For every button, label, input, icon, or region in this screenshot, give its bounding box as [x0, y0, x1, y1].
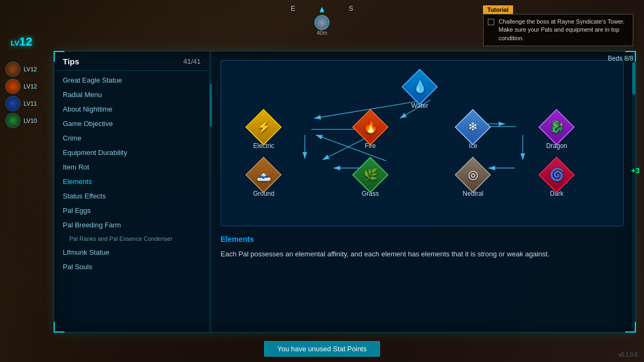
- party-level-4: LV10: [24, 117, 37, 124]
- ice-icon: ❄: [455, 109, 491, 145]
- sidebar-item-objective[interactable]: Game Objective: [54, 116, 209, 131]
- sidebar-title: Tips: [63, 57, 79, 66]
- party-member-2: LV12: [5, 79, 37, 94]
- beds-value: 8/8: [624, 55, 633, 62]
- sidebar-item-item-rot[interactable]: Item Rot: [54, 160, 209, 174]
- lv-prefix: LV: [11, 39, 19, 47]
- party-level-3: LV11: [24, 100, 37, 107]
- plus-indicator: +3: [631, 166, 640, 175]
- water-icon: 💧: [401, 69, 438, 105]
- tutorial-title: Tutorial: [483, 5, 513, 14]
- element-dragon: 🐉 Dragon: [544, 114, 569, 150]
- tutorial-content: Challenge the boss at Rayne Syndicate's …: [483, 14, 633, 46]
- element-water: 💧 Water: [407, 74, 433, 109]
- element-grass: 🌿 Grass: [357, 162, 383, 197]
- bottom-bar: You have unused Stat Points: [0, 335, 644, 362]
- tutorial-checkbox: [488, 19, 494, 25]
- beds-indicator: Beds 8/8: [608, 55, 633, 62]
- dark-icon: 🌀: [538, 157, 575, 193]
- corner-tl: [54, 51, 64, 62]
- element-description: Each Pal possesses an elemental affinity…: [221, 249, 624, 260]
- grass-icon: 🌿: [352, 157, 389, 193]
- element-dark: 🌀 Dark: [544, 162, 569, 197]
- element-ice: ❄ Ice: [460, 114, 486, 150]
- sidebar-items: Great Eagle Statue Radial Menu About Nig…: [54, 71, 209, 332]
- sidebar-item-pal-souls[interactable]: Pal Souls: [54, 260, 209, 274]
- sidebar-item-crime[interactable]: Crime: [54, 131, 209, 145]
- compass-e: E: [291, 5, 295, 12]
- main-panel: Tips 41/41 Great Eagle Statue Radial Men…: [54, 51, 636, 333]
- sidebar-item-status[interactable]: Status Effects: [54, 189, 209, 203]
- sidebar-item-pal-ranks[interactable]: Pal Ranks and Pal Essence Condenser: [54, 232, 209, 245]
- sidebar-item-nighttime[interactable]: About Nighttime: [54, 102, 209, 116]
- avatar-3: [5, 96, 20, 111]
- party-member-1: LV12: [5, 62, 37, 77]
- party-level-2: LV12: [24, 83, 37, 90]
- stat-points-notice: You have unused Stat Points: [264, 341, 380, 357]
- fire-icon: 🔥: [352, 109, 389, 145]
- content-scrollbar[interactable]: [632, 51, 635, 332]
- level-value: 12: [19, 35, 32, 48]
- sidebar-item-pal-eggs[interactable]: Pal Eggs: [54, 203, 209, 218]
- sidebar-item-radial[interactable]: Radial Menu: [54, 87, 209, 102]
- corner-bl: [54, 322, 64, 333]
- avatar-1: [5, 62, 20, 77]
- neutral-icon: ◎: [455, 157, 491, 193]
- element-ground: 🗻 Ground: [251, 162, 276, 197]
- minimap-arrow: ▲ 40m: [314, 5, 330, 36]
- sidebar-item-great-eagle[interactable]: Great Eagle Statue: [54, 73, 209, 87]
- element-neutral: ◎ Neutral: [460, 162, 486, 197]
- distance-label: 40m: [317, 30, 327, 36]
- ground-icon: 🗻: [245, 157, 282, 193]
- compass-s: S: [349, 5, 353, 12]
- player-level: LV12: [11, 35, 32, 49]
- party-level-1: LV12: [24, 66, 37, 72]
- elements-grid: 💧 Water ⚡ Electric 🔥 Fire: [232, 71, 612, 215]
- dragon-icon: 🐉: [538, 109, 575, 145]
- sidebar-header: Tips 41/41: [54, 51, 209, 71]
- sidebar-item-equipment[interactable]: Equipment Durability: [54, 145, 209, 160]
- party-list: LV12 LV12 LV11 LV10: [5, 62, 37, 128]
- element-fire: 🔥 Fire: [357, 114, 383, 150]
- content-area: 💧 Water ⚡ Electric 🔥 Fire: [212, 51, 632, 332]
- scrollbar-thumb: [632, 62, 635, 94]
- electric-icon: ⚡: [245, 109, 282, 145]
- sidebar-item-elements[interactable]: Elements: [54, 174, 209, 189]
- section-title: Elements: [221, 235, 624, 243]
- party-member-4: LV10: [5, 113, 37, 128]
- party-member-3: LV11: [5, 96, 37, 111]
- avatar-2: [5, 79, 20, 94]
- element-diagram: 💧 Water ⚡ Electric 🔥 Fire: [221, 60, 624, 226]
- element-electric: ⚡ Electric: [251, 114, 276, 150]
- version-label: v0.1.0.0: [618, 352, 638, 358]
- avatar-4: [5, 113, 20, 128]
- tutorial-box: Tutorial Challenge the boss at Rayne Syn…: [483, 4, 633, 46]
- sidebar-count: 41/41: [183, 57, 201, 65]
- beds-label: Beds: [608, 55, 623, 62]
- tutorial-text: Challenge the boss at Rayne Syndicate's …: [499, 18, 628, 42]
- sidebar-item-lifmunk[interactable]: Lifmunk Statue: [54, 245, 209, 260]
- sidebar: Tips 41/41 Great Eagle Statue Radial Men…: [54, 51, 210, 332]
- sidebar-item-breeding[interactable]: Pal Breeding Farm: [54, 218, 209, 232]
